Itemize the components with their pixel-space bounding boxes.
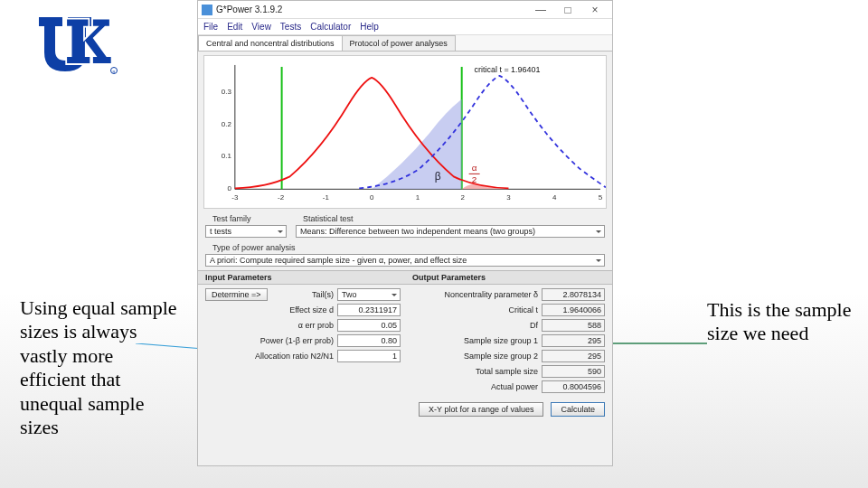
menu-edit[interactable]: Edit <box>227 22 242 32</box>
n1-output: 295 <box>542 334 605 347</box>
ytick-1: 0.1 <box>222 152 232 160</box>
annotation-right: This is the sample size we need <box>707 298 852 346</box>
arrow-right <box>597 336 707 351</box>
xy-plot-button[interactable]: X-Y plot for a range of values <box>419 402 543 417</box>
output-params-header: Output Parameters <box>405 270 612 285</box>
maximize-button[interactable]: □ <box>554 4 581 16</box>
alpha-label: α err prob <box>205 321 334 330</box>
ncp-label: Noncentrality parameter δ <box>410 290 538 299</box>
df-output: 588 <box>542 319 605 332</box>
power-input[interactable]: 0.80 <box>337 334 401 347</box>
menu-view[interactable]: View <box>251 22 271 32</box>
alloc-label: Allocation ratio N2/N1 <box>205 352 334 361</box>
window-title: G*Power 3.1.9.2 <box>216 5 527 14</box>
tab-central[interactable]: Central and noncentral distributions <box>198 35 343 51</box>
alloc-input[interactable]: 1 <box>337 350 401 362</box>
df-label: Df <box>410 321 538 330</box>
svg-text:-2: -2 <box>278 193 285 202</box>
ncp-output: 2.8078134 <box>542 288 605 301</box>
minimize-button[interactable]: — <box>527 4 554 16</box>
n1-label: Sample size group 1 <box>410 336 538 345</box>
alpha-bot: 2 <box>472 174 477 184</box>
input-params-header: Input Parameters <box>198 270 405 285</box>
power-type-select[interactable]: A priori: Compute required sample size -… <box>205 254 605 267</box>
power-type-label: Type of power analysis <box>205 241 605 252</box>
ap-label: Actual power <box>410 382 538 391</box>
alpha-input[interactable]: 0.05 <box>337 319 401 332</box>
app-icon <box>202 5 212 15</box>
menu-help[interactable]: Help <box>360 22 379 32</box>
svg-text:0: 0 <box>370 193 374 202</box>
ytick-2: 0.2 <box>222 120 232 128</box>
annotation-left: Using equal sample sizes is always vastl… <box>20 296 183 439</box>
total-label: Total sample size <box>410 367 538 376</box>
n2-label: Sample size group 2 <box>410 352 538 361</box>
test-family-select[interactable]: t tests <box>205 225 287 238</box>
ytick-3: 0.3 <box>222 88 232 96</box>
menu-tests[interactable]: Tests <box>280 22 301 32</box>
svg-text:3: 3 <box>506 193 511 202</box>
tab-strip: Central and noncentral distributions Pro… <box>198 35 612 52</box>
effsize-input[interactable]: 0.2311917 <box>337 304 401 316</box>
crit-t-label: critical t = 1.96401 <box>475 65 541 74</box>
input-params: Determine => Tail(s) Two Effect size d0.… <box>205 288 401 393</box>
uk-logo: R <box>33 11 119 78</box>
determine-button[interactable]: Determine => <box>205 288 268 301</box>
close-button[interactable]: × <box>581 4 609 16</box>
critt-label: Critical t <box>410 305 538 314</box>
tab-protocol[interactable]: Protocol of power analyses <box>342 35 456 51</box>
svg-text:1: 1 <box>416 193 420 202</box>
ap-output: 0.8004596 <box>542 380 605 393</box>
svg-text:5: 5 <box>599 193 603 202</box>
svg-text:R: R <box>113 70 116 74</box>
ytick-0: 0 <box>227 184 231 192</box>
alpha-top: α <box>472 163 477 173</box>
menu-file[interactable]: File <box>203 22 218 32</box>
menu-calculator[interactable]: Calculator <box>310 22 351 32</box>
svg-text:-1: -1 <box>323 193 330 202</box>
svg-text:4: 4 <box>552 193 557 202</box>
power-label: Power (1-β err prob) <box>205 336 334 345</box>
total-output: 590 <box>542 365 605 378</box>
tails-label: Tail(s) <box>271 290 334 299</box>
output-params: Noncentrality parameter δ2.8078134 Criti… <box>410 288 605 393</box>
distribution-plot: 0 0.1 0.2 0.3 -3 -2 -1 0 1 2 3 4 5 <box>203 55 607 209</box>
titlebar[interactable]: G*Power 3.1.9.2 — □ × <box>198 1 612 19</box>
menubar: File Edit View Tests Calculator Help <box>198 19 612 35</box>
test-family-label: Test family <box>205 212 287 223</box>
svg-text:2: 2 <box>460 193 465 202</box>
gpower-window: G*Power 3.1.9.2 — □ × File Edit View Tes… <box>197 0 613 466</box>
svg-text:-3: -3 <box>231 193 239 202</box>
beta-label: β <box>435 170 441 183</box>
effsize-label: Effect size d <box>205 305 334 314</box>
calculate-button[interactable]: Calculate <box>551 402 605 417</box>
n2-output: 295 <box>542 350 605 362</box>
critt-output: 1.9640066 <box>542 304 605 316</box>
tails-select[interactable]: Two <box>337 288 401 301</box>
stat-test-select[interactable]: Means: Difference between two independen… <box>296 225 605 238</box>
stat-test-label: Statistical test <box>296 212 605 223</box>
